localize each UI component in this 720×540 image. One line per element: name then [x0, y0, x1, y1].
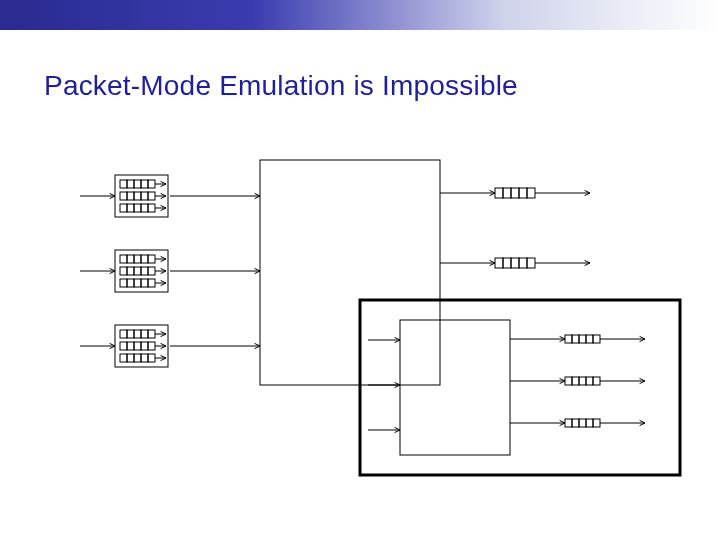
svg-rect-93 [495, 188, 503, 198]
svg-rect-138 [586, 377, 593, 385]
svg-rect-40 [120, 267, 127, 275]
svg-rect-2 [127, 180, 134, 188]
svg-rect-105 [503, 258, 511, 268]
svg-rect-19 [134, 204, 141, 212]
inset-switch [400, 320, 510, 455]
svg-rect-94 [503, 188, 511, 198]
svg-rect-10 [127, 192, 134, 200]
svg-rect-127 [586, 335, 593, 343]
inset-output-queue-0 [510, 335, 645, 343]
output-queue-0 [440, 188, 590, 198]
svg-rect-65 [134, 330, 141, 338]
svg-rect-83 [148, 354, 155, 362]
architecture-diagram [0, 140, 720, 540]
svg-rect-147 [572, 419, 579, 427]
svg-rect-74 [141, 342, 148, 350]
svg-rect-137 [579, 377, 586, 385]
svg-rect-148 [579, 419, 586, 427]
svg-rect-106 [511, 258, 519, 268]
svg-rect-32 [120, 255, 127, 263]
inset-frame [360, 300, 680, 475]
svg-rect-12 [141, 192, 148, 200]
svg-rect-149 [586, 419, 593, 427]
svg-rect-50 [134, 279, 141, 287]
svg-rect-1 [120, 180, 127, 188]
svg-rect-75 [148, 342, 155, 350]
svg-rect-13 [148, 192, 155, 200]
voq-input-2 [80, 325, 260, 367]
svg-rect-4 [141, 180, 148, 188]
svg-rect-66 [141, 330, 148, 338]
svg-rect-34 [134, 255, 141, 263]
svg-rect-73 [134, 342, 141, 350]
voq-input-0 [80, 175, 260, 217]
voq-input-1 [80, 250, 260, 292]
svg-rect-72 [127, 342, 134, 350]
svg-rect-17 [120, 204, 127, 212]
slide-title: Packet-Mode Emulation is Impossible [44, 70, 518, 102]
svg-rect-11 [134, 192, 141, 200]
svg-rect-136 [572, 377, 579, 385]
svg-rect-21 [148, 204, 155, 212]
svg-rect-108 [527, 258, 535, 268]
svg-rect-63 [120, 330, 127, 338]
svg-rect-52 [148, 279, 155, 287]
svg-rect-107 [519, 258, 527, 268]
accent-bar [0, 0, 720, 30]
svg-rect-64 [127, 330, 134, 338]
svg-rect-96 [519, 188, 527, 198]
svg-rect-51 [141, 279, 148, 287]
output-queue-1 [440, 258, 590, 268]
svg-rect-95 [511, 188, 519, 198]
svg-rect-71 [120, 342, 127, 350]
svg-rect-9 [120, 192, 127, 200]
svg-rect-49 [127, 279, 134, 287]
svg-rect-139 [593, 377, 600, 385]
svg-rect-44 [148, 267, 155, 275]
svg-rect-135 [565, 377, 572, 385]
svg-rect-36 [148, 255, 155, 263]
svg-rect-35 [141, 255, 148, 263]
svg-rect-20 [141, 204, 148, 212]
svg-rect-5 [148, 180, 155, 188]
svg-rect-81 [134, 354, 141, 362]
svg-rect-42 [134, 267, 141, 275]
svg-rect-146 [565, 419, 572, 427]
svg-rect-79 [120, 354, 127, 362]
svg-rect-125 [572, 335, 579, 343]
svg-rect-18 [127, 204, 134, 212]
svg-rect-128 [593, 335, 600, 343]
inset-output-queue-1 [510, 377, 645, 385]
svg-rect-104 [495, 258, 503, 268]
svg-rect-150 [593, 419, 600, 427]
svg-rect-97 [527, 188, 535, 198]
svg-rect-82 [141, 354, 148, 362]
svg-rect-80 [127, 354, 134, 362]
svg-rect-48 [120, 279, 127, 287]
svg-rect-41 [127, 267, 134, 275]
svg-rect-3 [134, 180, 141, 188]
svg-rect-126 [579, 335, 586, 343]
svg-rect-33 [127, 255, 134, 263]
svg-rect-124 [565, 335, 572, 343]
svg-rect-67 [148, 330, 155, 338]
central-switch [260, 160, 440, 385]
svg-rect-43 [141, 267, 148, 275]
inset-output-queue-2 [510, 419, 645, 427]
